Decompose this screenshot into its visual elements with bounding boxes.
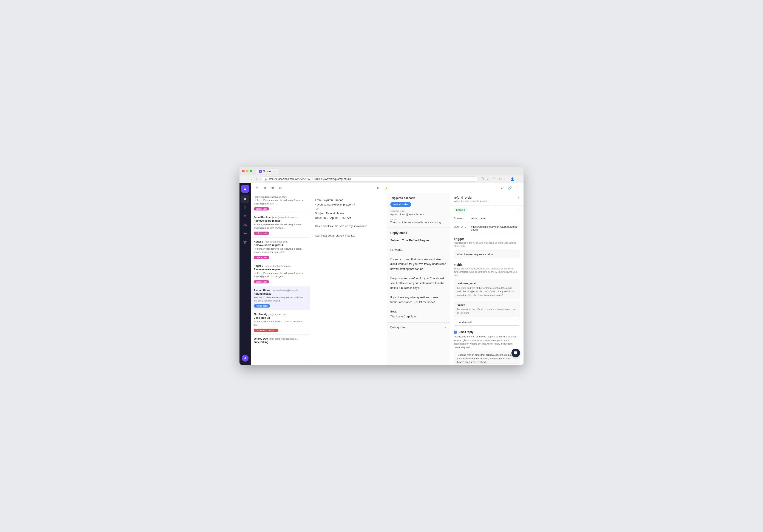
config-scenario-row: Scenario refund_order [450,214,523,223]
add-autofill-label: + Add Autofill [457,321,472,324]
link-button[interactable]: 🔗 [507,185,513,191]
debug-title-row[interactable]: Debug Info ∨ [390,326,447,329]
reason-value: The size of the snowboard is not satisfa… [390,221,447,224]
new-tab-button[interactable]: + [279,169,281,173]
trigger-section-header: Trigger Instructions to the AI on when i… [450,234,523,249]
toolbar-right: ▷ ⚡ [376,185,389,191]
sidebar-item-people[interactable] [241,221,249,229]
sidebar-item-star[interactable] [241,238,249,246]
app-logo[interactable]: O [241,185,249,193]
back-button[interactable]: ← [242,177,247,181]
email-tag: refund_order [254,304,270,307]
browser-ext-3[interactable]: 📄 [492,176,497,182]
reply-para3: If you have any other questions or need … [390,296,439,304]
mail-button[interactable]: ✉ [277,185,283,191]
app-content: O J [240,183,523,365]
delete-button[interactable]: 🗑 [270,185,275,191]
scenario-row-label: Scenario [454,217,471,220]
email-list-panel: From: jared@iterationloop.com...Hi there… [251,193,310,365]
email-from: From: "Ayumu Hirano" <ayumu.hirano@examp… [315,198,382,207]
list-item[interactable]: Jim Beasly jim@dunder.com Can I sign up … [251,310,310,335]
reply-email-title: Reply email [390,231,447,235]
config-subtitle: When the user requests a refund [454,200,488,202]
svg-point-7 [245,233,246,234]
list-item[interactable]: Roger Z roger@startupco.com Remove users… [251,238,310,262]
svg-marker-8 [244,241,247,244]
email-preview-text: Hi there, I'd like to try it out— how do… [254,320,307,327]
sender-addr: jeff@nextgenconstruction... [269,338,297,340]
tab-title: OmniAI [263,170,272,173]
sidebar-item-search[interactable] [241,204,249,212]
email-reply-textarea[interactable] [454,351,520,364]
debug-chevron-icon: ∨ [445,326,447,329]
play-button[interactable]: ▷ [376,185,382,191]
user-avatar[interactable]: J [242,355,249,362]
url-text: omni.iterationloop.com/w/AAAAABA-RQuRLiR… [269,177,351,180]
email-header: Jim Beasly jim@dunder.com [254,313,307,316]
reason-label: reason [390,218,447,220]
sender-name: Jeffrey Doe [254,337,268,340]
sender-name: Ayumu Hirano [254,289,271,292]
email-reply-desc: Instructions to the AI on how to respond… [454,335,520,349]
maximize-button[interactable] [250,170,253,172]
tab-bar: O OmniAI ✕ + [256,168,521,174]
url-bar[interactable]: 🔒 omni.iterationloop.com/w/AAAAABA-RQuRL… [262,176,478,182]
browser-chrome: ← → ↻ 🔒 omni.iterationloop.com/w/AAAAABA… [240,175,523,183]
email-subject: Remove users request 2 [254,244,307,247]
scenario-panel: Triggered scenario refund_order customer… [387,193,450,365]
chat-bubble-button[interactable] [511,349,520,357]
field-card-reason[interactable]: reason the reason for the refund. If no … [454,301,520,317]
reply-team: The Acme Corp Team [390,315,417,318]
email-reply-checkbox[interactable]: ✓ [454,331,457,334]
copy-button[interactable]: ⧉ [262,185,268,191]
sidebar-icons: O J [240,183,251,365]
add-autofill-button[interactable]: + Add Autofill [454,319,520,326]
browser-menu-btn[interactable]: ⋮ [516,176,521,182]
reply-para1: I'm sorry to hear that the snowboard siz… [390,258,446,270]
email-to: To: [315,207,382,212]
email-reply-title: Email reply [459,330,473,334]
user-profile-btn[interactable]: 👤 [510,176,515,182]
config-expand-button[interactable]: ∧ [517,196,520,200]
edit-button[interactable]: ✏ [254,185,260,191]
browser-ext-5[interactable]: ☰ [504,176,509,182]
close-button[interactable] [242,170,245,172]
trigger-value-box[interactable]: When the user requests a refund [454,251,520,258]
triggered-scenario-title: Triggered scenario [390,196,447,199]
browser-ext-1[interactable]: ⓘ [480,176,485,182]
sidebar-item-settings[interactable] [241,230,249,237]
trigger-section-title: Trigger [454,237,520,241]
email-detail-panel: From: "Ayumu Hirano" <ayumu.hirano@examp… [310,193,387,365]
field-card-desc-2: the reason for the refund. If no reason … [457,307,517,315]
reply-closing: Best, [390,310,397,313]
email-preview-text: Hi there, Please remove the following 3 … [254,223,307,230]
refresh-button[interactable]: ↻ [255,177,260,181]
email-reply-section: ✓ Email reply Instructions to the AI on … [450,328,523,365]
list-item[interactable]: From: jared@iterationloop.com...Hi there… [251,193,310,213]
list-item[interactable]: Jeffrey Doe jeff@nextgenconstruction... … [251,335,310,347]
lightning-button[interactable]: ⚡ [383,185,389,191]
list-item[interactable]: Jared Pochtar jared@iterationloop.com Re… [251,213,310,238]
sender-addr: jared@iterationloop.com [272,216,298,219]
config-enabled-row: Enabled ⋯ [450,206,523,214]
field-card-customer-email[interactable]: customer_email the email address of the … [454,279,520,299]
minimize-button[interactable] [246,170,249,172]
email-preview-text: Hi there, Please remove the following 3 … [254,247,307,254]
sidebar-item-chat[interactable] [241,195,249,203]
open-url-value: https://admin.shopify.com/store/quicksta… [471,225,520,231]
list-item[interactable]: Roger Z roger@iterationloop.com Remove u… [251,262,310,286]
scenario-badge: refund_order [390,202,411,207]
list-item[interactable]: Ayumu Hirano ayumu.hirano@example... Ref… [251,286,310,311]
main-toolbar: ✏ ⧉ 🗑 ✉ ▷ ⚡ 🖊 🔗 ↑ [251,183,523,193]
browser-ext-4[interactable]: ⬡ [498,176,503,182]
export-button[interactable]: 🖊 [499,185,505,191]
more-options-button[interactable]: ⋯ [517,208,520,212]
sidebar-item-list[interactable] [241,212,249,220]
email-subject: Can I sign up [254,316,307,319]
tab-close-icon[interactable]: ✕ [274,170,275,172]
forward-button[interactable]: → [249,177,253,181]
browser-ext-2[interactable]: 🛡 [486,176,491,182]
active-tab[interactable]: O OmniAI ✕ [256,168,278,174]
upload-button[interactable]: ↑ [514,185,520,191]
debug-info-section: Debug Info ∨ [387,323,450,332]
